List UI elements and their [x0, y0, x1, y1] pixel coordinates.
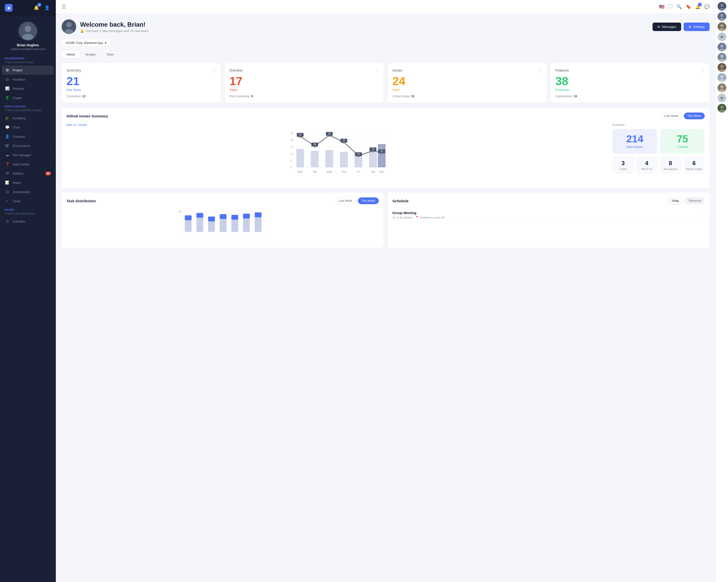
pages-label: PAGES: [0, 206, 56, 212]
schedule-tab-tomorrow[interactable]: Tomorrow: [684, 197, 705, 204]
wont-fix-num: 4: [639, 160, 655, 167]
card-summary-menu[interactable]: ⋮: [212, 68, 216, 73]
sidebar-item-finance[interactable]: 📊 Finance: [0, 84, 56, 93]
sidebar-item-chat[interactable]: 💬 Chat: [0, 123, 56, 132]
sidebar-item-ecommerce[interactable]: 🛒 ECommerce ›: [0, 141, 56, 150]
reopened-num: 8: [662, 160, 679, 167]
welcome-buttons: ✉ Messages ⚙ Settings: [652, 23, 709, 31]
svg-rect-58: [185, 220, 192, 232]
card-summary: Summary ⋮ 21 Due Tasks Completed: 13: [62, 63, 221, 103]
fullscreen-icon[interactable]: ⛶: [668, 4, 673, 9]
hamburger-menu[interactable]: ☰: [62, 4, 66, 10]
user-menu-button[interactable]: 👤: [43, 4, 51, 11]
github-chart-svg: 45 36 27 18 9 0: [67, 130, 608, 183]
svg-rect-63: [208, 217, 215, 221]
notifications-button[interactable]: 🔔 3: [32, 4, 40, 11]
sidebar-item-help-center[interactable]: ❓ Help Center ›: [0, 160, 56, 169]
tab-budget[interactable]: Budget: [81, 51, 101, 58]
sidebar-item-label: Contacts: [12, 135, 25, 138]
right-avatar-10[interactable]: M: [718, 93, 726, 102]
sidebar-item-crypto[interactable]: 💲 Crypto: [0, 93, 56, 102]
notifications-icon[interactable]: 🔔 5: [695, 4, 700, 9]
flag-icon[interactable]: 🇺🇸: [659, 4, 665, 9]
sidebar-item-scrumboard[interactable]: ⊡ Scrumboard: [0, 187, 56, 196]
task-dist-title: Task Distribution: [67, 199, 96, 203]
github-last-week-btn[interactable]: Last Week: [661, 113, 682, 119]
sidebar-item-activities[interactable]: ⊙ Activities: [0, 217, 56, 226]
analytics-icon: ◎: [5, 77, 10, 82]
right-avatar-2[interactable]: [718, 12, 726, 21]
reopened-label: Re-opened: [662, 168, 679, 170]
schedule-tabs: Today Tomorrow: [668, 197, 705, 204]
closed-label: Closed: [678, 145, 687, 149]
right-avatar-1[interactable]: [718, 2, 726, 11]
notes-icon: 📝: [5, 181, 10, 185]
svg-text:36: 36: [290, 139, 293, 142]
svg-text:0: 0: [290, 166, 292, 169]
sidebar-item-notes[interactable]: 📝 Notes: [0, 178, 56, 187]
svg-rect-20: [326, 150, 333, 167]
svg-rect-24: [378, 144, 386, 167]
contacts-icon: 👤: [5, 134, 10, 139]
right-avatar-6[interactable]: [718, 53, 726, 62]
sidebar-item-mailbox[interactable]: ✉ Mailbox 27: [0, 169, 56, 178]
sidebar-item-label: Tasks: [12, 199, 21, 203]
schedule-tab-today[interactable]: Today: [668, 197, 683, 204]
right-avatar-8[interactable]: [718, 73, 726, 82]
online-indicator: [724, 49, 726, 51]
needs-triage-num: 6: [686, 160, 703, 167]
welcome-avatar: [62, 20, 76, 34]
right-avatar-7[interactable]: [718, 63, 726, 72]
card-issues-menu[interactable]: ⋮: [538, 68, 542, 73]
right-avatar-11[interactable]: [718, 104, 726, 113]
search-icon[interactable]: 🔍: [677, 4, 682, 9]
sidebar-item-file-manager[interactable]: ☁ File Manager: [0, 150, 56, 160]
sidebar-item-project[interactable]: ⊞ Project: [2, 65, 54, 75]
ecommerce-arrow: ›: [50, 144, 51, 147]
sidebar-item-contacts[interactable]: 👤 Contacts: [0, 132, 56, 141]
svg-text:42: 42: [299, 133, 302, 136]
sidebar: ◆ 🔔 3 👤 Brian Hughes hughes.brian@compan…: [0, 0, 56, 582]
sidebar-item-analytics[interactable]: ◎ Analytics: [0, 75, 56, 84]
right-avatar-4[interactable]: M: [718, 32, 726, 41]
svg-rect-68: [243, 219, 250, 232]
settings-button[interactable]: ⚙ Settings: [683, 23, 709, 31]
github-this-week-btn[interactable]: This Week: [684, 113, 705, 119]
issues-big-num: 24: [392, 76, 542, 87]
sidebar-item-academy[interactable]: 🎓 Academy: [0, 113, 56, 123]
app-logo[interactable]: ◆: [5, 4, 12, 11]
bookmark-icon[interactable]: 🔖: [686, 4, 691, 9]
right-avatar-3[interactable]: [718, 22, 726, 31]
sidebar-item-tasks[interactable]: ✓ Tasks: [0, 196, 56, 206]
app-selector[interactable]: ACME Corp. Backend App ▾: [62, 39, 111, 47]
chart-subtitle-new-vs-closed: New vs. Closed: [67, 123, 608, 127]
top-bar-right: 🇺🇸 ⛶ 🔍 🔖 🔔 5 💬: [659, 4, 709, 9]
event-arrow[interactable]: ›: [703, 213, 705, 217]
github-chart-inner: New vs. Closed 45 36 27 18 9 0: [67, 123, 705, 184]
mini-stat-fixed: 3 Fixed: [613, 157, 634, 174]
right-avatar-5[interactable]: [718, 43, 726, 51]
svg-point-85: [720, 55, 724, 58]
tab-home[interactable]: Home: [62, 51, 80, 58]
location-icon: 📍: [415, 216, 419, 219]
svg-rect-70: [255, 217, 262, 232]
svg-text:45: 45: [290, 132, 293, 135]
task-dist-toggle: Last Week This Week: [335, 197, 379, 204]
tab-team[interactable]: Team: [101, 51, 119, 58]
project-icon: ⊞: [5, 68, 10, 72]
issues-label: Open: [392, 88, 542, 92]
card-overdue-menu[interactable]: ⋮: [375, 68, 379, 73]
card-features-menu[interactable]: ⋮: [701, 68, 705, 73]
task-this-week-btn[interactable]: This Week: [358, 197, 379, 204]
task-last-week-btn[interactable]: Last Week: [335, 197, 356, 204]
chart-left: New vs. Closed 45 36 27 18 9 0: [67, 123, 608, 184]
crypto-icon: 💲: [5, 95, 10, 100]
user-avatar: [18, 21, 37, 41]
mini-stat-wont-fix: 4 Won't Fix: [636, 157, 658, 174]
event-details: Group Meeting 🕐 in 32 minutes 📍 Conferen…: [392, 211, 445, 219]
task-dist-header: Task Distribution Last Week This Week: [67, 197, 379, 204]
event-location: 📍 Conference room 1B: [415, 216, 445, 219]
messages-button[interactable]: ✉ Messages: [652, 23, 681, 31]
top-chat-icon[interactable]: 💬: [704, 4, 709, 9]
right-avatar-9[interactable]: [718, 83, 726, 92]
